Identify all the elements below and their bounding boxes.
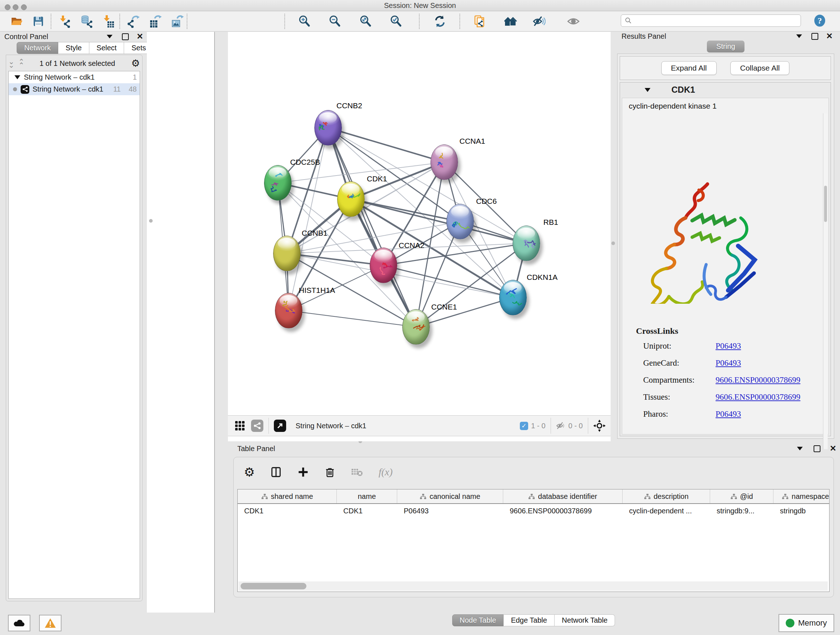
panel-close-icon[interactable]: ✕ <box>826 32 833 40</box>
export-table-icon[interactable] <box>149 15 162 28</box>
first-neighbors-icon[interactable] <box>504 15 517 28</box>
table-options-icon[interactable]: ⚙ <box>244 466 255 478</box>
table-cell[interactable]: CDK1 <box>238 507 337 515</box>
birdseye-grid-icon[interactable] <box>234 420 246 432</box>
panel-close-icon[interactable]: ✕ <box>830 445 836 453</box>
column-header-name[interactable]: name <box>337 489 397 503</box>
panel-menu-icon[interactable] <box>107 35 112 38</box>
edge-HIST1H1A-CCNE1[interactable] <box>289 310 416 327</box>
delete-column-icon[interactable] <box>324 466 336 478</box>
node-ccnb1[interactable] <box>273 236 301 271</box>
network-canvas-left[interactable] <box>147 32 215 613</box>
tab-string[interactable]: String <box>707 41 745 52</box>
duplicate-network-icon[interactable] <box>473 15 486 28</box>
edge-CCNB2-CCNE1[interactable] <box>328 128 416 327</box>
splitter-grip[interactable] <box>149 219 153 223</box>
panel-menu-icon[interactable] <box>796 35 802 38</box>
node-cdkn1a[interactable] <box>499 280 527 315</box>
table-row[interactable]: CDK1CDK1P064939606.ENSP00000378699cyclin… <box>238 504 829 518</box>
table-cell[interactable]: CDK1 <box>337 507 397 515</box>
network-share-icon[interactable] <box>251 420 264 432</box>
fit-content-icon[interactable] <box>359 15 372 28</box>
show-columns-icon[interactable] <box>270 466 282 478</box>
open-file-icon[interactable] <box>10 15 23 28</box>
scrollbar-thumb[interactable] <box>240 583 306 589</box>
panel-close-icon[interactable]: ✕ <box>137 33 143 41</box>
warning-status-button[interactable] <box>39 615 62 631</box>
column-header-shared-name[interactable]: shared name <box>238 489 337 503</box>
node-cdk1[interactable] <box>337 181 365 217</box>
network-collection-row[interactable]: String Network – cdk1 1 <box>9 71 140 83</box>
save-session-icon[interactable] <box>32 15 45 28</box>
column-header-database-identifier[interactable]: database identifier <box>503 489 622 503</box>
network-canvas[interactable]: CCNB2CCNA1CDC25BCDK1CDC6RB1CCNB1CCNA2CDK… <box>228 32 611 415</box>
table-horizontal-scrollbar[interactable] <box>238 581 828 591</box>
tab-network-table[interactable]: Network Table <box>554 614 615 626</box>
network-row[interactable]: String Network – cdk1 11 48 <box>9 83 140 95</box>
import-network-file-icon[interactable] <box>58 15 72 28</box>
results-scrollbar[interactable] <box>823 113 828 449</box>
crosslink-link[interactable]: 9606.ENSP00000378699 <box>715 393 801 402</box>
panel-float-icon[interactable] <box>122 33 129 40</box>
crosslink-link[interactable]: 9606.ENSP00000378699 <box>715 375 801 385</box>
zoom-out-icon[interactable] <box>328 15 341 28</box>
show-all-icon[interactable] <box>567 15 580 28</box>
crosslink-link[interactable]: P06493 <box>715 358 741 368</box>
tab-style[interactable]: Style <box>58 42 89 54</box>
table-cell[interactable]: P06493 <box>397 507 503 515</box>
table-cell[interactable]: stringdb <box>774 507 829 515</box>
import-network-database-icon[interactable] <box>80 15 93 28</box>
pan-crosshair-icon[interactable] <box>593 420 606 432</box>
memory-button[interactable]: Memory <box>778 614 834 632</box>
tab-node-table[interactable]: Node Table <box>452 614 504 626</box>
tab-network[interactable]: Network <box>17 42 58 54</box>
edge-CDC6-CCNB1[interactable] <box>287 222 460 253</box>
export-network-icon[interactable] <box>127 15 141 28</box>
gear-icon[interactable]: ⚙ <box>131 59 140 68</box>
tab-select[interactable]: Select <box>89 42 125 54</box>
tab-edge-table[interactable]: Edge Table <box>504 614 554 626</box>
zoom-selected-icon[interactable] <box>390 15 403 28</box>
table-cell[interactable]: stringdb:9... <box>710 507 774 515</box>
scrollbar-thumb[interactable] <box>824 186 827 222</box>
disclosure-triangle-icon[interactable] <box>645 88 651 92</box>
node-ccna1[interactable] <box>431 144 458 180</box>
edge-CCNB2-HIST1H1A[interactable] <box>289 128 328 310</box>
help-icon[interactable]: ? <box>813 14 826 27</box>
edge-CCNB2-CCNA1[interactable] <box>328 128 444 162</box>
crosslink-link[interactable]: P06493 <box>715 409 741 419</box>
collapse-all-button[interactable]: Collapse All <box>730 61 790 75</box>
node-rb1[interactable] <box>513 226 540 261</box>
expand-all-button[interactable]: Expand All <box>661 61 717 75</box>
node-cdc6[interactable] <box>447 204 474 239</box>
open-in-window-icon[interactable] <box>274 420 286 432</box>
crosslink-link[interactable]: P06493 <box>715 341 741 351</box>
panel-float-icon[interactable] <box>812 33 818 40</box>
export-image-icon[interactable] <box>171 15 184 28</box>
table-cell[interactable]: cyclin-dependent ... <box>622 507 710 515</box>
zoom-in-icon[interactable] <box>298 15 311 28</box>
column-header-canonical-name[interactable]: canonical name <box>397 489 503 503</box>
edge-CDKN1A-CCNE1[interactable] <box>416 298 513 327</box>
hide-selected-icon[interactable] <box>532 15 546 28</box>
search-input[interactable] <box>634 17 801 25</box>
node-ccne1[interactable] <box>402 309 430 345</box>
collapse-all-icon[interactable]: ⌄⌄ <box>8 60 13 67</box>
disclosure-triangle-icon[interactable] <box>14 75 20 79</box>
node-cdc25b[interactable] <box>264 165 292 201</box>
table-cell[interactable]: 9606.ENSP00000378699 <box>503 507 622 515</box>
expand-all-icon[interactable]: ⌃⌃ <box>19 60 24 67</box>
edge-CCNB1-CCNA2[interactable] <box>287 253 384 265</box>
refresh-view-icon[interactable] <box>433 15 447 28</box>
panel-float-icon[interactable] <box>813 445 821 452</box>
import-table-file-icon[interactable] <box>102 15 115 28</box>
node-hist1h1a[interactable] <box>275 293 302 328</box>
column-header-namespace[interactable]: namespace <box>774 489 829 503</box>
node-ccna2[interactable] <box>370 248 397 283</box>
cloud-status-button[interactable] <box>8 615 30 631</box>
node-ccnb2[interactable] <box>314 110 342 146</box>
create-column-icon[interactable] <box>297 466 309 478</box>
column-header-description[interactable]: description <box>622 489 710 503</box>
splitter-grip[interactable] <box>611 241 615 245</box>
panel-menu-icon[interactable] <box>797 447 803 450</box>
